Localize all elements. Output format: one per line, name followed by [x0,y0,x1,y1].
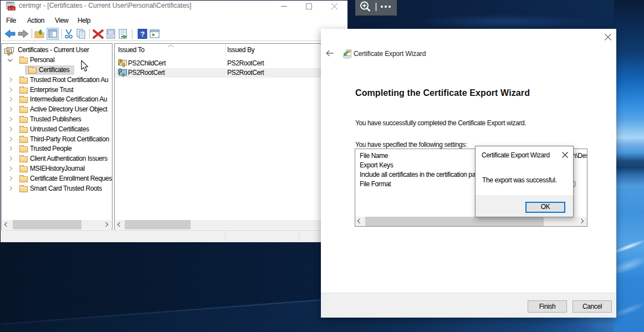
svg-text:?: ? [140,30,145,38]
